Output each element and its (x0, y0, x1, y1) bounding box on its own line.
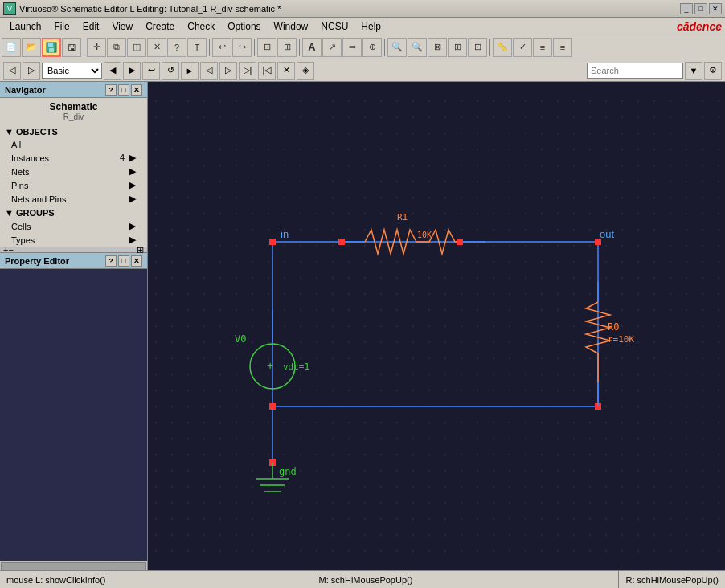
svg-rect-13 (338, 239, 345, 245)
navigator-help-button[interactable]: ? (105, 84, 117, 96)
fit2-button[interactable]: ⊞ (277, 38, 297, 57)
zoom-in-button[interactable]: 🔍 (387, 38, 407, 57)
nav-types[interactable]: Types ▶ (0, 233, 147, 247)
navigator-controls[interactable]: ? □ ✕ (105, 84, 142, 96)
menu-create[interactable]: Create (139, 19, 181, 34)
view-dropdown[interactable]: Basic Advanced Custom (42, 63, 102, 79)
open-button[interactable]: 📂 (22, 38, 41, 57)
tb2-btn6[interactable]: ◁ (200, 62, 218, 80)
label-button[interactable]: A (302, 38, 322, 57)
prop-close-button[interactable]: ✕ (131, 255, 142, 267)
menu-file[interactable]: File (47, 19, 76, 34)
navigator-panel: Navigator ? □ ✕ Schematic R_div ▼ OBJECT… (0, 82, 147, 247)
copy-button[interactable]: ⧉ (107, 38, 126, 57)
status-left-text: mouse L: showClickInfo() (6, 575, 106, 585)
svg-text:+: + (267, 359, 273, 372)
save-disk-button[interactable]: 🖫 (62, 38, 81, 57)
fwd-button[interactable]: ▷ (23, 62, 40, 80)
prop-help-button[interactable]: ? (105, 255, 117, 267)
info-button[interactable]: ? (167, 38, 186, 57)
svg-text:R1: R1 (397, 212, 408, 223)
svg-text:out: out (600, 228, 614, 240)
search-input[interactable] (587, 63, 683, 79)
menu-view[interactable]: View (105, 19, 139, 34)
panel-divider[interactable]: + − ⊞ (0, 247, 147, 253)
mirror-button[interactable]: ◫ (127, 38, 146, 57)
save-button[interactable] (42, 38, 61, 57)
svg-text:V0: V0 (235, 333, 246, 345)
schematic-canvas[interactable]: R1 10K + V0 vdc=1 R0 r=10K in out (148, 82, 725, 570)
navigator-float-button[interactable]: □ (118, 84, 129, 96)
menubar: Launch File Edit View Create Check Optio… (0, 18, 725, 35)
undo-button[interactable]: ↩ (212, 38, 231, 57)
snap-button[interactable]: ⊡ (468, 38, 487, 57)
cadence-logo: cādence (677, 20, 722, 33)
prop-float-button[interactable]: □ (118, 255, 129, 267)
tb2-btn9[interactable]: |◁ (258, 62, 276, 80)
property-editor-scrollbar[interactable] (0, 561, 147, 570)
groups-section[interactable]: ▼ GROUPS (0, 206, 147, 219)
tb2-btn10[interactable]: ✕ (277, 62, 295, 80)
nav-types-arrow: ▶ (129, 235, 136, 245)
back-button[interactable]: ◁ (3, 62, 21, 80)
grid-button[interactable]: ⊞ (448, 38, 467, 57)
nav-cells[interactable]: Cells ▶ (0, 219, 147, 233)
redo-button[interactable]: ↪ (232, 38, 252, 57)
svg-rect-14 (457, 239, 463, 245)
nav-all-label: All (11, 140, 21, 149)
tb2-btn11[interactable]: ◈ (297, 62, 314, 80)
schematic-canvas-area[interactable]: R1 10K + V0 vdc=1 R0 r=10K in out (148, 82, 725, 570)
tb2-btn1[interactable]: ◀ (104, 62, 121, 80)
menu-window[interactable]: Window (268, 19, 315, 34)
minimize-button[interactable]: _ (680, 3, 693, 14)
maximize-button[interactable]: □ (694, 3, 707, 14)
menu-options[interactable]: Options (221, 19, 267, 34)
delete-button[interactable]: ✕ (147, 38, 166, 57)
main-area: Navigator ? □ ✕ Schematic R_div ▼ OBJECT… (0, 82, 725, 570)
sep1 (84, 39, 84, 56)
search-opts-button[interactable]: ⚙ (704, 62, 722, 80)
close-button[interactable]: ✕ (709, 3, 722, 14)
ruler-button[interactable]: 📏 (493, 38, 512, 57)
objects-arrow: ▼ (5, 127, 14, 137)
scrollbar-thumb[interactable] (1, 562, 146, 570)
menu-check[interactable]: Check (181, 19, 221, 34)
objects-section[interactable]: ▼ OBJECTS (0, 125, 147, 138)
wire-button[interactable]: ↗ (322, 38, 342, 57)
menu-ncsu[interactable]: NCSU (314, 19, 354, 34)
zoom-out-button[interactable]: 🔍 (408, 38, 427, 57)
tb2-btn7[interactable]: ▷ (219, 62, 237, 80)
pin-group-button[interactable]: ⊕ (362, 38, 382, 57)
bus-button[interactable]: ⇒ (342, 38, 362, 57)
tb2-btn5[interactable]: ► (181, 62, 199, 80)
nav-nets-arrow: ▶ (129, 166, 136, 177)
nav-nets[interactable]: Nets ▶ (0, 165, 147, 178)
app-icon: V (3, 2, 16, 15)
nav-instances[interactable]: Instances 4 ▶ (0, 151, 147, 165)
nav-all[interactable]: All (0, 138, 147, 151)
menu-launch[interactable]: Launch (3, 19, 47, 34)
svg-rect-1 (48, 43, 53, 47)
menu-help[interactable]: Help (354, 19, 387, 34)
sep3 (254, 39, 255, 56)
more2-button[interactable]: ≡ (553, 38, 572, 57)
more1-button[interactable]: ≡ (533, 38, 552, 57)
nav-pins[interactable]: Pins ▶ (0, 178, 147, 192)
tb2-btn2[interactable]: ▶ (123, 62, 141, 80)
tb2-btn4[interactable]: ↺ (162, 62, 179, 80)
property-editor-controls[interactable]: ? □ ✕ (105, 255, 142, 267)
zoom-fit-button[interactable]: ⊠ (428, 38, 447, 57)
tb2-btn8[interactable]: ▷| (239, 62, 256, 80)
titlebar-controls[interactable]: _ □ ✕ (680, 3, 722, 14)
navigator-close-button[interactable]: ✕ (131, 84, 142, 96)
menu-edit[interactable]: Edit (76, 19, 106, 34)
nav-nets-and-pins[interactable]: Nets and Pins ▶ (0, 192, 147, 206)
new-button[interactable]: 📄 (2, 38, 21, 57)
svg-rect-17 (269, 239, 276, 245)
fit-button[interactable]: ⊡ (257, 38, 276, 57)
tb2-btn3[interactable]: ↩ (142, 62, 160, 80)
search-button[interactable]: ▼ (685, 62, 702, 80)
move-button[interactable]: ✛ (87, 38, 106, 57)
text-button[interactable]: T (187, 38, 207, 57)
check-button[interactable]: ✓ (513, 38, 532, 57)
